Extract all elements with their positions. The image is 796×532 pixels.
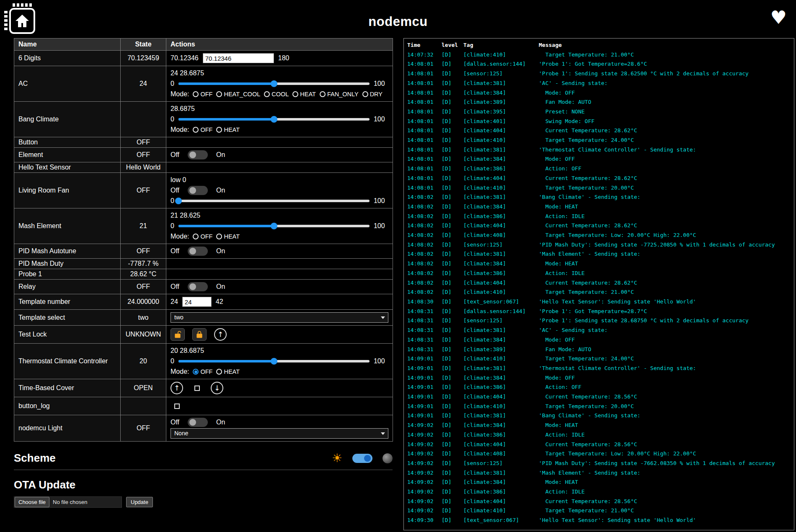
choose-file-button[interactable]: Choose file xyxy=(15,497,49,507)
element-toggle[interactable] xyxy=(188,150,208,159)
log-panel[interactable]: Time level Tag Message 14:07:32[D][clima… xyxy=(403,38,794,530)
dark-mode-moon-icon[interactable] xyxy=(382,453,393,463)
radio-label: OFF xyxy=(200,126,212,133)
thermostat-mode-option-heat[interactable]: HEAT xyxy=(216,368,240,375)
radio-label: OFF xyxy=(200,91,212,98)
log-line: 14:08:02[D][sensor:125]'PID Mash Duty': … xyxy=(407,240,791,250)
light-effect-select[interactable]: None xyxy=(171,428,388,439)
cover-stop-button[interactable] xyxy=(191,382,203,394)
action-text: low 0 xyxy=(171,176,186,184)
log-level: [D] xyxy=(442,259,463,269)
action-line: 24 28.6875 xyxy=(171,69,388,78)
slider-thumb[interactable] xyxy=(175,198,182,204)
thermostat-slider[interactable] xyxy=(178,357,370,365)
entity-name: Thermostat Climate Controller xyxy=(14,344,121,379)
bang-climate-slider[interactable] xyxy=(178,115,370,123)
ac-mode-option-off[interactable]: OFF xyxy=(193,91,212,98)
log-col-level: level xyxy=(442,41,463,50)
log-message: Mode: OFF xyxy=(539,335,791,345)
lock-open-action-button[interactable]: ↑ xyxy=(214,328,227,341)
lock-button[interactable] xyxy=(192,328,207,341)
slider-fill xyxy=(178,360,274,362)
fan-speed-slider[interactable] xyxy=(178,197,370,205)
light-mode-sun-icon[interactable]: ☀ xyxy=(332,452,342,464)
log-line: 14:09:01[D][climate:381]'Thermostat Clim… xyxy=(407,364,791,373)
button-log-press[interactable] xyxy=(171,400,183,412)
heart-icon[interactable]: ♥ xyxy=(770,8,787,27)
log-message: Swing Mode: OFF xyxy=(539,117,791,126)
entity-name: Mash Element xyxy=(14,208,121,244)
log-tag: [climate:381] xyxy=(463,249,539,259)
cover-close-button[interactable]: ↓ xyxy=(211,382,223,394)
slider-track xyxy=(178,200,370,202)
slider-thumb[interactable] xyxy=(271,116,277,123)
entity-state: 28.62 °C xyxy=(121,269,166,280)
slider-max-label: 100 xyxy=(374,357,385,365)
bang-climate-mode-option-heat[interactable]: HEAT xyxy=(216,126,240,133)
table-row: AC2424 28.68750100Mode:OFFHEAT_COOLCOOLH… xyxy=(14,66,393,102)
entity-actions: OffOnNone xyxy=(166,415,393,442)
ac-mode-option-fan_only[interactable]: FAN_ONLY xyxy=(320,91,359,98)
mash-element-mode-option-heat[interactable]: HEAT xyxy=(216,233,240,240)
log-level: [D] xyxy=(442,516,463,525)
ac-mode-option-heat_cool[interactable]: HEAT_COOL xyxy=(216,91,260,98)
entity-name: Element xyxy=(14,148,121,162)
log-time: 14:09:30 xyxy=(407,516,442,525)
entity-name: Template number xyxy=(14,294,121,310)
log-level: [D] xyxy=(442,430,463,440)
firmware-file-input[interactable]: Choose file No file chosen xyxy=(14,496,122,508)
table-row: Thermostat Climate Controller2020 28.687… xyxy=(14,344,393,379)
slider-thumb[interactable] xyxy=(271,80,277,87)
table-row: Template number24.0000002442 xyxy=(14,294,393,310)
radio-button xyxy=(216,127,222,133)
entity-state: OPEN xyxy=(121,379,166,397)
log-tag: [climate:404] xyxy=(463,440,539,450)
log-time: 14:08:02 xyxy=(407,269,442,278)
log-level: [D] xyxy=(442,449,463,459)
log-message: Mode: OFF xyxy=(539,88,791,98)
bang-climate-mode-option-off[interactable]: OFF xyxy=(193,126,212,133)
log-level: [D] xyxy=(442,136,463,145)
template-number-input[interactable] xyxy=(182,297,212,307)
log-line: 14:08:31[D][sensor:125]'Probe 1': Sendin… xyxy=(407,316,791,326)
entity-state: two xyxy=(121,310,166,326)
table-row: Bang Climate28.68750100Mode:OFFHEAT xyxy=(14,102,393,137)
fan-toggle[interactable] xyxy=(188,186,208,195)
update-button[interactable]: Update xyxy=(126,497,153,507)
log-level: [D] xyxy=(442,459,463,468)
log-time: 14:09:02 xyxy=(407,440,442,450)
log-tag: [sensor:125] xyxy=(463,316,539,326)
pid-autotune-toggle[interactable] xyxy=(188,247,208,256)
cover-open-button[interactable]: ↑ xyxy=(171,382,183,394)
mash-element-slider[interactable] xyxy=(178,222,370,230)
action-line: 21 28.625 xyxy=(171,211,388,220)
relay-toggle[interactable] xyxy=(188,282,208,291)
slider-max-label: 100 xyxy=(374,116,385,123)
slider-thumb[interactable] xyxy=(271,358,277,365)
table-row: Probe 128.62 °C xyxy=(14,269,393,280)
toggle-off-label: Off xyxy=(171,419,179,426)
template-select[interactable]: two xyxy=(171,312,388,323)
ac-target-slider[interactable] xyxy=(178,80,370,88)
ac-mode-option-heat[interactable]: HEAT xyxy=(292,91,316,98)
slider-thumb[interactable] xyxy=(271,223,277,229)
unlock-button[interactable] xyxy=(171,328,185,341)
log-line: 14:09:02[D][climate:404] Current Tempera… xyxy=(407,440,791,450)
action-line: OffOn xyxy=(171,247,388,256)
log-level: [D] xyxy=(442,212,463,221)
light-toggle[interactable] xyxy=(188,418,208,427)
entities-table: Name State Actions 6 Digits70.12345970.1… xyxy=(14,38,393,442)
six-digits-input[interactable] xyxy=(203,53,274,63)
thermostat-mode-option-off[interactable]: OFF xyxy=(193,368,212,375)
radio-button xyxy=(216,91,222,97)
entity-name: Time-Based Cover xyxy=(14,379,121,397)
log-line: 14:08:01[D][sensor:125]'Probe 1': Sendin… xyxy=(407,69,791,79)
log-level: [D] xyxy=(442,117,463,126)
mash-element-mode-option-off[interactable]: OFF xyxy=(193,233,212,240)
scheme-toggle[interactable] xyxy=(352,454,372,463)
action-text: 24 28.6875 xyxy=(171,69,204,77)
ac-mode-option-cool[interactable]: COOL xyxy=(264,91,289,98)
toggle-on-label: On xyxy=(216,187,225,194)
ac-mode-option-dry[interactable]: DRY xyxy=(362,91,382,98)
col-header-state: State xyxy=(121,39,166,51)
